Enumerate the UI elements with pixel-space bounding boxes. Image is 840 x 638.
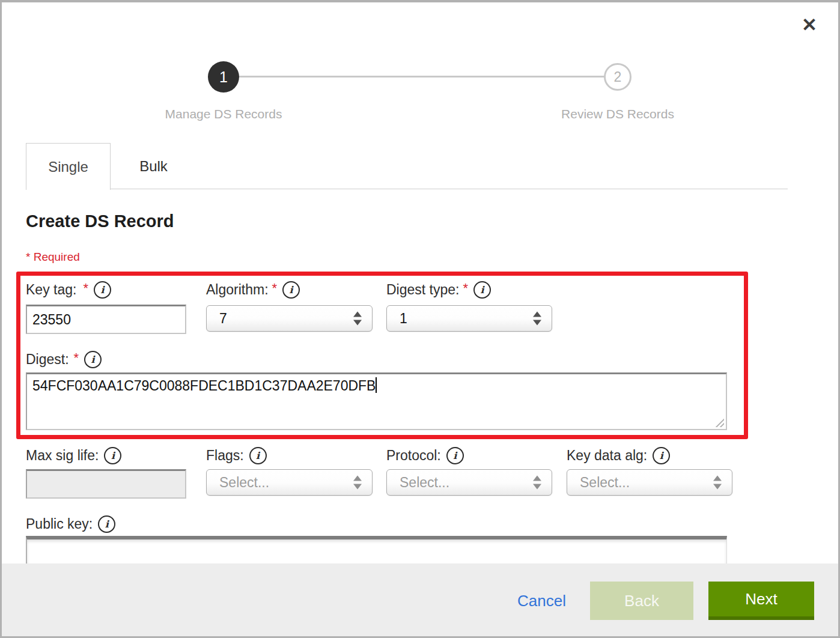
step-2-label: Review DS Records — [510, 107, 726, 121]
public-key-label-row: Public key: i — [26, 515, 115, 533]
select-spinner-icon — [533, 312, 541, 326]
info-glyph: i — [290, 284, 293, 296]
tab-bar-divider — [26, 189, 788, 189]
step-1-label: Manage DS Records — [115, 107, 332, 121]
back-button-label: Back — [624, 592, 659, 610]
protocol-selected-value: Select... — [400, 475, 449, 491]
info-glyph: i — [453, 450, 457, 461]
public-key-textarea[interactable] — [26, 536, 727, 564]
required-note: * Required — [26, 251, 80, 264]
digest-info-icon[interactable]: i — [84, 351, 102, 368]
stepper-connector-line — [224, 76, 618, 77]
max-sig-life-input[interactable] — [26, 469, 186, 499]
algorithm-label-row: Algorithm: * i — [206, 281, 300, 299]
step-2-circle: 2 — [604, 63, 632, 91]
close-icon[interactable]: ✕ — [802, 16, 817, 34]
tab-bulk[interactable]: Bulk — [110, 143, 197, 189]
next-button-label: Next — [745, 590, 777, 609]
select-spinner-icon — [353, 312, 362, 326]
back-button[interactable]: Back — [590, 582, 693, 620]
flags-selected-value: Select... — [219, 475, 269, 491]
info-glyph: i — [105, 518, 109, 530]
digest-type-required-marker: * — [463, 281, 468, 296]
algorithm-selected-value: 7 — [219, 311, 227, 327]
max-sig-life-label-row: Max sig life: i — [26, 447, 121, 464]
digest-required-marker: * — [74, 350, 79, 366]
info-glyph: i — [100, 284, 104, 296]
info-glyph: i — [480, 284, 484, 296]
max-sig-life-label: Max sig life: — [26, 448, 99, 464]
key-tag-label: Key tag: — [26, 282, 76, 298]
step-2-number: 2 — [614, 69, 622, 85]
digest-label-row: Digest: * i — [26, 351, 102, 368]
flags-label: Flags: — [206, 448, 244, 464]
key-tag-required-marker: * — [83, 281, 88, 296]
protocol-label: Protocol: — [386, 448, 441, 464]
select-spinner-icon — [533, 476, 541, 490]
key-data-alg-info-icon[interactable]: i — [653, 447, 670, 464]
info-glyph: i — [660, 450, 663, 461]
tab-single-label: Single — [48, 159, 88, 175]
digest-value: 54FCF030AA1C79C0088FDEC1BD1C37DAA2E70DFB — [32, 378, 376, 393]
algorithm-select[interactable]: 7 — [206, 305, 373, 332]
info-glyph: i — [256, 450, 260, 461]
digest-type-label-row: Digest type: * i — [386, 281, 491, 299]
algorithm-label: Algorithm: — [206, 282, 269, 298]
info-glyph: i — [91, 354, 95, 365]
max-sig-life-info-icon[interactable]: i — [104, 447, 121, 464]
key-data-alg-select[interactable]: Select... — [567, 469, 732, 496]
key-tag-label-row: Key tag: * i — [26, 281, 111, 299]
key-data-alg-label-row: Key data alg: i — [567, 447, 670, 464]
digest-label: Digest: — [26, 351, 69, 368]
tab-bulk-label: Bulk — [139, 158, 168, 175]
step-1-number: 1 — [219, 68, 228, 86]
digest-textarea[interactable]: 54FCF030AA1C79C0088FDEC1BD1C37DAA2E70DFB — [26, 372, 727, 430]
key-tag-info-icon[interactable]: i — [94, 281, 111, 299]
key-data-alg-label: Key data alg: — [567, 448, 647, 464]
protocol-info-icon[interactable]: i — [446, 447, 464, 464]
cancel-button[interactable]: Cancel — [517, 592, 566, 610]
create-ds-record-modal: ✕ 1 2 Manage DS Records Review DS Record… — [0, 0, 840, 638]
text-caret — [376, 377, 377, 393]
flags-select[interactable]: Select... — [206, 469, 373, 496]
digest-type-info-icon[interactable]: i — [473, 281, 491, 299]
flags-label-row: Flags: i — [206, 447, 267, 464]
public-key-label: Public key: — [26, 516, 93, 532]
public-key-info-icon[interactable]: i — [98, 515, 115, 533]
modal-footer: Cancel Back Next — [0, 564, 840, 638]
key-data-alg-selected-value: Select... — [580, 475, 630, 491]
flags-info-icon[interactable]: i — [249, 447, 267, 464]
info-glyph: i — [111, 450, 115, 461]
key-tag-value: 23550 — [32, 312, 71, 328]
digest-type-select[interactable]: 1 — [386, 305, 552, 332]
key-tag-input[interactable]: 23550 — [26, 305, 186, 334]
tab-single[interactable]: Single — [26, 143, 111, 190]
page-title: Create DS Record — [26, 211, 174, 231]
select-spinner-icon — [713, 476, 722, 490]
digest-type-label: Digest type: — [386, 282, 459, 298]
protocol-select[interactable]: Select... — [386, 469, 552, 496]
select-spinner-icon — [353, 476, 362, 490]
step-1-circle: 1 — [208, 61, 239, 93]
resize-grip-icon[interactable] — [714, 417, 724, 427]
next-button[interactable]: Next — [708, 582, 814, 620]
algorithm-required-marker: * — [272, 281, 278, 296]
algorithm-info-icon[interactable]: i — [282, 281, 300, 299]
protocol-label-row: Protocol: i — [386, 447, 464, 464]
digest-type-selected-value: 1 — [400, 311, 407, 327]
